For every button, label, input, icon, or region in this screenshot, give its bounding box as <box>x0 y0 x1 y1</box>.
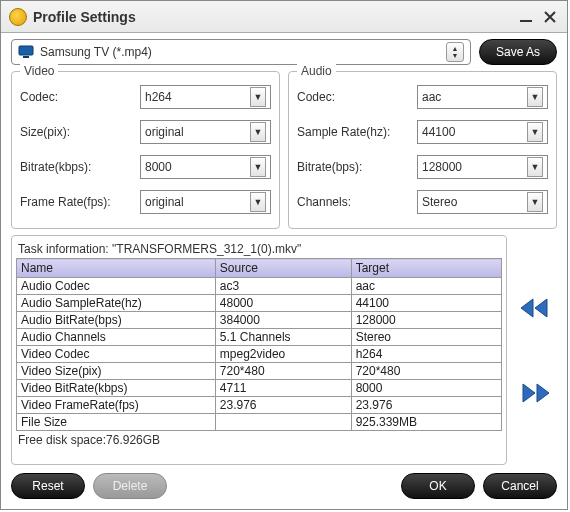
reset-button[interactable]: Reset <box>11 473 85 499</box>
audio-bitrate-select[interactable]: 128000 ▼ <box>417 155 548 179</box>
table-cell: Stereo <box>351 329 501 346</box>
table-row[interactable]: Audio SampleRate(hz)4800044100 <box>17 295 502 312</box>
svg-rect-0 <box>520 20 532 22</box>
video-codec-value: h264 <box>145 90 250 104</box>
audio-codec-label: Codec: <box>297 90 417 104</box>
chevron-down-icon: ▼ <box>250 87 266 107</box>
table-row[interactable]: Video FrameRate(fps)23.97623.976 <box>17 397 502 414</box>
profile-settings-window: Profile Settings Samsung TV (*.mp4) ▲▼ S… <box>0 0 568 510</box>
chevron-down-icon: ▼ <box>250 192 266 212</box>
table-cell: 720*480 <box>215 363 351 380</box>
video-framerate-select[interactable]: original ▼ <box>140 190 271 214</box>
table-cell: Video FrameRate(fps) <box>17 397 216 414</box>
chevron-down-icon: ▼ <box>527 122 543 142</box>
ok-button[interactable]: OK <box>401 473 475 499</box>
audio-bitrate-label: Bitrate(bps): <box>297 160 417 174</box>
table-cell: Video Codec <box>17 346 216 363</box>
table-cell: ac3 <box>215 278 351 295</box>
table-row[interactable]: Video BitRate(kbps)47118000 <box>17 380 502 397</box>
audio-samplerate-select[interactable]: 44100 ▼ <box>417 120 548 144</box>
table-cell: Video Size(pix) <box>17 363 216 380</box>
chevron-down-icon: ▼ <box>527 192 543 212</box>
chevron-down-icon: ▼ <box>527 157 543 177</box>
task-table: Name Source Target Audio Codecac3aacAudi… <box>16 258 502 431</box>
table-cell: 925.339MB <box>351 414 501 431</box>
table-cell: Audio Codec <box>17 278 216 295</box>
profile-dropdown[interactable]: Samsung TV (*.mp4) ▲▼ <box>11 39 471 65</box>
video-bitrate-select[interactable]: 8000 ▼ <box>140 155 271 179</box>
audio-codec-value: aac <box>422 90 527 104</box>
video-bitrate-label: Bitrate(kbps): <box>20 160 140 174</box>
chevron-down-icon: ▼ <box>250 157 266 177</box>
table-row[interactable]: Audio Codecac3aac <box>17 278 502 295</box>
table-row[interactable]: Audio Channels5.1 ChannelsStereo <box>17 329 502 346</box>
table-cell: aac <box>351 278 501 295</box>
table-cell: 4711 <box>215 380 351 397</box>
table-cell: 720*480 <box>351 363 501 380</box>
delete-button[interactable]: Delete <box>93 473 167 499</box>
table-cell: 5.1 Channels <box>215 329 351 346</box>
profile-dropdown-text: Samsung TV (*.mp4) <box>40 45 440 59</box>
audio-samplerate-value: 44100 <box>422 125 527 139</box>
table-row[interactable]: Video Codecmpeg2videoh264 <box>17 346 502 363</box>
table-cell: 23.976 <box>215 397 351 414</box>
table-header-row: Name Source Target <box>17 259 502 278</box>
task-info-header: Task information: "TRANSFORMERS_312_1(0)… <box>16 240 502 258</box>
settings-panels: Video Codec: h264 ▼ Size(pix): original … <box>1 71 567 235</box>
audio-channels-label: Channels: <box>297 195 417 209</box>
video-legend: Video <box>20 64 58 78</box>
table-cell: Audio Channels <box>17 329 216 346</box>
video-size-label: Size(pix): <box>20 125 140 139</box>
audio-samplerate-label: Sample Rate(hz): <box>297 125 417 139</box>
table-cell: 44100 <box>351 295 501 312</box>
table-cell: 384000 <box>215 312 351 329</box>
next-button[interactable] <box>515 379 555 407</box>
table-row[interactable]: Video Size(pix)720*480720*480 <box>17 363 502 380</box>
table-row[interactable]: File Size925.339MB <box>17 414 502 431</box>
audio-channels-value: Stereo <box>422 195 527 209</box>
table-cell: Audio BitRate(bps) <box>17 312 216 329</box>
table-cell: h264 <box>351 346 501 363</box>
footer: Reset Delete OK Cancel <box>1 465 567 509</box>
task-info-box: Task information: "TRANSFORMERS_312_1(0)… <box>11 235 507 465</box>
minimize-button[interactable] <box>517 8 535 26</box>
dropdown-spinner-icon[interactable]: ▲▼ <box>446 42 464 62</box>
col-target[interactable]: Target <box>351 259 501 278</box>
table-cell <box>215 414 351 431</box>
prev-button[interactable] <box>515 294 555 322</box>
free-disk-space: Free disk space:76.926GB <box>16 431 502 447</box>
video-size-value: original <box>145 125 250 139</box>
app-icon <box>9 8 27 26</box>
task-area: Task information: "TRANSFORMERS_312_1(0)… <box>1 235 567 465</box>
cancel-button[interactable]: Cancel <box>483 473 557 499</box>
table-cell: File Size <box>17 414 216 431</box>
svg-rect-2 <box>23 56 29 58</box>
video-framerate-label: Frame Rate(fps): <box>20 195 140 209</box>
svg-rect-1 <box>19 46 33 55</box>
audio-codec-select[interactable]: aac ▼ <box>417 85 548 109</box>
save-as-button[interactable]: Save As <box>479 39 557 65</box>
table-cell: 48000 <box>215 295 351 312</box>
col-name[interactable]: Name <box>17 259 216 278</box>
video-bitrate-value: 8000 <box>145 160 250 174</box>
table-cell: 23.976 <box>351 397 501 414</box>
table-cell: Audio SampleRate(hz) <box>17 295 216 312</box>
table-row[interactable]: Audio BitRate(bps)384000128000 <box>17 312 502 329</box>
audio-panel: Audio Codec: aac ▼ Sample Rate(hz): 4410… <box>288 71 557 229</box>
chevron-down-icon: ▼ <box>250 122 266 142</box>
video-codec-select[interactable]: h264 ▼ <box>140 85 271 109</box>
col-source[interactable]: Source <box>215 259 351 278</box>
table-cell: mpeg2video <box>215 346 351 363</box>
video-size-select[interactable]: original ▼ <box>140 120 271 144</box>
audio-channels-select[interactable]: Stereo ▼ <box>417 190 548 214</box>
table-cell: 128000 <box>351 312 501 329</box>
window-title: Profile Settings <box>33 9 511 25</box>
video-panel: Video Codec: h264 ▼ Size(pix): original … <box>11 71 280 229</box>
tv-icon <box>18 45 34 59</box>
audio-bitrate-value: 128000 <box>422 160 527 174</box>
side-nav <box>513 235 557 465</box>
audio-legend: Audio <box>297 64 336 78</box>
table-cell: 8000 <box>351 380 501 397</box>
close-button[interactable] <box>541 8 559 26</box>
table-cell: Video BitRate(kbps) <box>17 380 216 397</box>
